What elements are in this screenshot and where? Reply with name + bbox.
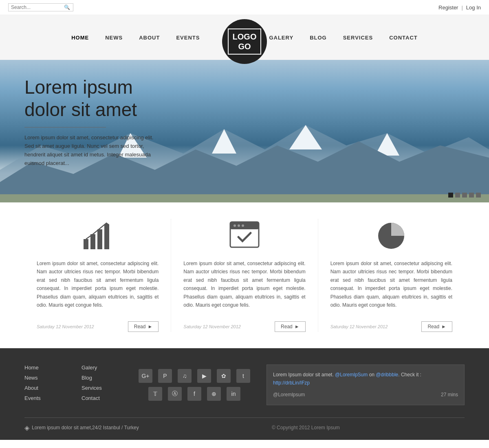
social-row-2: 𝕋 Ⓐ f ⊕ in (148, 387, 240, 401)
copyright-text: © Copyright 2012 Lorem Ipsum (147, 425, 465, 430)
nav-item-events[interactable]: EVENTS (168, 31, 208, 45)
svg-rect-7 (84, 239, 88, 249)
logo-text: LOGOGO (228, 29, 262, 55)
register-link[interactable]: Register (438, 4, 458, 11)
feature-3-footer: Saturday 12 November 2012 Read ► (330, 317, 452, 332)
nav-link-about[interactable]: ABOUT (131, 31, 168, 45)
nav-link-events[interactable]: EVENTS (168, 31, 208, 45)
nav-link-galery[interactable]: GALERY (261, 31, 302, 45)
footer-link-services[interactable]: Services (82, 385, 122, 391)
pinterest-icon[interactable]: P (158, 369, 172, 383)
chevron-right-icon-3: ► (441, 324, 446, 329)
social-row-1: G+ P ♫ ▶ ✿ t (139, 369, 250, 383)
features-section: Lorem ipsum dolor sit amet, consectetur … (0, 202, 489, 348)
slider-dot-2[interactable] (455, 193, 460, 198)
tweet-link[interactable]: http://drbLin/IFzp (273, 380, 310, 386)
twitter-icon[interactable]: 𝕋 (148, 387, 162, 401)
nav-link-news[interactable]: NEWS (97, 31, 131, 45)
address-text: Lorem ipsum dolor sit amet,24/2 Istanbul… (32, 425, 139, 430)
footer-nav-col-2: Galery Blog Services Contact (82, 365, 122, 405)
svg-rect-10 (104, 224, 109, 249)
footer-top: Home News About Events Galery Blog Servi… (24, 365, 465, 405)
tweet-author-handle: @Loremlpsum (273, 391, 305, 399)
feature-3-date: Saturday 12 November 2012 (330, 324, 388, 329)
feature-col-3: Lorem ipsum dolor sit amet, consectetur … (318, 219, 465, 332)
tweet-handle1[interactable]: @LoremlpSum (335, 372, 368, 378)
login-link[interactable]: Log In (466, 4, 481, 11)
svg-point-14 (233, 224, 236, 227)
pie-chart-icon (375, 219, 408, 251)
tweet-time: 27 mins (441, 391, 458, 399)
footer-social: G+ P ♫ ▶ ✿ t 𝕋 Ⓐ f ⊕ in (139, 365, 250, 405)
svg-point-15 (238, 224, 240, 227)
footer-link-home[interactable]: Home (24, 365, 65, 371)
footer-link-galery[interactable]: Galery (82, 365, 122, 371)
footer: Home News About Events Galery Blog Servi… (0, 348, 489, 440)
google-plus-icon[interactable]: G+ (139, 369, 152, 383)
linkedin-icon[interactable]: in (227, 387, 240, 401)
search-box[interactable]: 🔍 (8, 3, 73, 11)
nav-item-galery[interactable]: GALERY (261, 31, 302, 45)
hero-title: Lorem ipsum dolor sit amet (24, 76, 163, 121)
facebook-icon[interactable]: f (187, 387, 201, 401)
footer-link-blog[interactable]: Blog (82, 375, 122, 381)
dribbble-icon[interactable]: ⊕ (207, 387, 221, 401)
feature-col-1: Lorem ipsum dolor sit amet, consectetur … (24, 219, 171, 332)
nav-link-blog[interactable]: BLOG (302, 31, 335, 45)
search-button[interactable]: 🔍 (64, 4, 70, 10)
feature-1-text: Lorem ipsum dolor sit amet, consectetur … (37, 259, 159, 309)
nav-link-services[interactable]: SERVICES (335, 31, 381, 45)
feature-2-date: Saturday 12 November 2012 (183, 324, 241, 329)
top-bar: 🔍 Register | Log In (0, 0, 489, 15)
chevron-right-icon-2: ► (295, 324, 300, 329)
footer-link-contact[interactable]: Contact (82, 395, 122, 401)
logo[interactable]: LOGOGO (222, 19, 267, 64)
slider-dot-3[interactable] (462, 193, 467, 198)
hero-content: Lorem ipsum dolor sit amet Lorem ipsum d… (24, 76, 163, 168)
chevron-right-icon: ► (148, 324, 152, 329)
flickr-icon[interactable]: ✿ (217, 369, 231, 383)
nav-item-blog[interactable]: BLOG (302, 31, 335, 45)
tweet-handle2[interactable]: @dribbble (376, 372, 398, 378)
feature-col-2: Lorem ipsum dolor sit amet, consectetur … (171, 219, 318, 332)
svg-point-16 (242, 224, 244, 227)
feature-3-text: Lorem ipsum dolor sit amet, consectetur … (330, 259, 452, 309)
tweet-on: on (369, 372, 374, 378)
slider-dot-5[interactable] (476, 193, 481, 198)
footer-link-news[interactable]: News (24, 375, 65, 381)
svg-rect-8 (90, 234, 95, 249)
footer-link-about[interactable]: About (24, 385, 65, 391)
nav-link-home[interactable]: HOME (63, 31, 97, 45)
footer-tweet: Lorem Ipsum dolor sit amet. @LoremlpSum … (267, 365, 465, 405)
nav-item-contact[interactable]: CONTACT (381, 31, 426, 45)
tweet-text: Lorem Ipsum dolor sit amet. @LoremlpSum … (273, 371, 458, 387)
calendar-check-icon (228, 219, 261, 251)
lastfm-icon[interactable]: ♫ (178, 369, 192, 383)
footer-address: ◈ Lorem ipsum dolor sit amet,24/2 Istanb… (24, 424, 139, 432)
nav-item-home[interactable]: HOME (63, 31, 97, 45)
hero-section: Lorem ipsum dolor sit amet Lorem ipsum d… (0, 60, 489, 202)
svg-rect-9 (97, 229, 102, 249)
tumblr-icon[interactable]: t (236, 369, 250, 383)
slider-dot-1[interactable] (448, 193, 453, 198)
nav-link-contact[interactable]: CONTACT (381, 31, 426, 45)
feature-1-read-button[interactable]: Read ► (128, 321, 159, 332)
footer-link-events[interactable]: Events (24, 395, 65, 401)
auth-separator: | (461, 4, 463, 11)
tweet-author: @Loremlpsum 27 mins (273, 391, 458, 399)
feature-2-read-button[interactable]: Read ► (275, 321, 306, 332)
lastfm2-icon[interactable]: Ⓐ (168, 387, 182, 401)
auth-links: Register | Log In (438, 4, 481, 11)
hero-divider (24, 127, 106, 127)
feature-2-footer: Saturday 12 November 2012 Read ► (183, 317, 305, 332)
slider-dot-4[interactable] (469, 193, 474, 198)
feature-3-read-button[interactable]: Read ► (421, 321, 452, 332)
slider-dots (448, 193, 481, 198)
nav-item-news[interactable]: NEWS (97, 31, 131, 45)
nav-item-services[interactable]: SERVICES (335, 31, 381, 45)
location-icon: ◈ (24, 424, 29, 432)
search-input[interactable] (11, 4, 64, 10)
nav-item-about[interactable]: ABOUT (131, 31, 168, 45)
youtube-icon[interactable]: ▶ (197, 369, 211, 383)
feature-1-footer: Saturday 12 November 2012 Read ► (37, 317, 159, 332)
